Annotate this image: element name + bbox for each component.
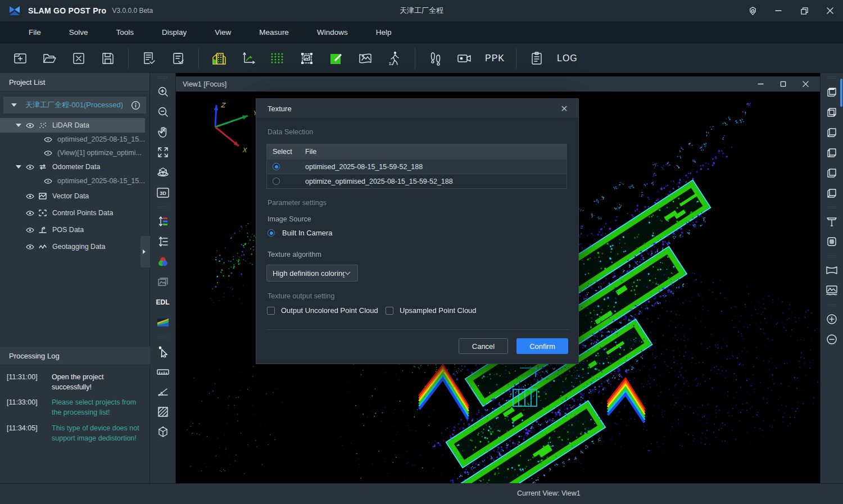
- strip-grip[interactable]: ::::::: [827, 75, 837, 80]
- menu-measure[interactable]: Measure: [245, 21, 303, 43]
- checkbox-unchecked[interactable]: [267, 307, 275, 315]
- view-cube-5[interactable]: [822, 163, 841, 182]
- settings-gear-icon[interactable]: [740, 0, 765, 21]
- tree-node-control-points-data[interactable]: Control Points Data: [0, 205, 149, 221]
- volume-measure-icon[interactable]: [153, 423, 173, 442]
- info-icon[interactable]: [131, 101, 140, 110]
- caret-down-icon[interactable]: [11, 103, 17, 107]
- eye-visible-icon[interactable]: [26, 210, 34, 217]
- eye-visible-icon[interactable]: [26, 193, 34, 200]
- strip-grip[interactable]: ::::::: [827, 303, 837, 307]
- view-cube-6[interactable]: [822, 183, 841, 202]
- radio-selected[interactable]: [273, 163, 280, 170]
- eye-visible-icon[interactable]: [44, 149, 52, 157]
- caret-down-icon[interactable]: [16, 165, 21, 169]
- view-cube-1[interactable]: [822, 82, 841, 101]
- restore-icon[interactable]: [791, 0, 817, 21]
- menu-view[interactable]: View: [201, 21, 245, 43]
- clipboard-check-icon[interactable]: [166, 47, 191, 70]
- menu-solve[interactable]: Solve: [55, 21, 102, 43]
- orbit-cube-icon[interactable]: [153, 163, 173, 182]
- add-circle-icon[interactable]: [822, 310, 841, 329]
- algorithm-dropdown[interactable]: High definition coloring: [266, 265, 358, 281]
- save-icon[interactable]: [96, 47, 120, 70]
- open-project-icon[interactable]: [37, 47, 62, 70]
- tree-node-odometer-data[interactable]: Odometer Data: [0, 160, 149, 174]
- viewport-titlebar[interactable]: View1 [Focus]: [176, 76, 820, 92]
- view-cube-2[interactable]: [822, 102, 841, 121]
- dialog-header[interactable]: Texture ✕: [256, 99, 578, 119]
- strip-grip[interactable]: ::::::: [158, 205, 168, 210]
- line-spacing-icon[interactable]: [153, 232, 173, 251]
- log-clipboard-icon[interactable]: [524, 47, 549, 70]
- eye-visible-icon[interactable]: [26, 122, 34, 129]
- eye-visible-icon[interactable]: [44, 136, 52, 143]
- section-tool-icon[interactable]: [822, 212, 841, 231]
- eye-visible-icon[interactable]: [26, 243, 34, 251]
- menu-display[interactable]: Display: [148, 21, 201, 43]
- tree-node-pos-data[interactable]: POS Data: [0, 221, 149, 238]
- color-ramp-icon[interactable]: [153, 313, 173, 332]
- table-row[interactable]: optimised_2025-08-15_15-59-52_188: [267, 159, 566, 174]
- menu-file[interactable]: File: [15, 21, 55, 43]
- tree-leaf-odometer-child-1[interactable]: optimised_2025-08-15_15...: [0, 174, 149, 188]
- radio-selected[interactable]: [268, 229, 275, 237]
- trajectory-axes-icon[interactable]: [236, 47, 261, 70]
- pedestrian-icon[interactable]: [382, 47, 407, 70]
- eye-visible-icon[interactable]: [26, 164, 34, 171]
- ruler-icon[interactable]: [153, 362, 173, 381]
- footprint-icon[interactable]: [423, 47, 448, 70]
- video-camera-icon[interactable]: [452, 47, 477, 70]
- view-close-icon[interactable]: [794, 76, 817, 92]
- eye-visible-icon[interactable]: [26, 226, 34, 234]
- point-grid-icon[interactable]: [265, 47, 290, 70]
- scrollbar-thumb[interactable]: [840, 79, 842, 107]
- log-label[interactable]: LOG: [557, 53, 578, 63]
- area-measure-icon[interactable]: [153, 402, 173, 421]
- tree-leaf-lidar-child-1[interactable]: optimised_2025-08-15_15...: [0, 133, 149, 146]
- view-cube-4[interactable]: [822, 143, 841, 162]
- strip-grip[interactable]: ::::::: [158, 75, 168, 80]
- zoom-in-icon[interactable]: [153, 82, 173, 101]
- terrain-icon[interactable]: [822, 281, 841, 300]
- view-maximize-icon[interactable]: [772, 76, 794, 92]
- tree-node-vector-data[interactable]: Vector Data: [0, 188, 149, 205]
- basemap-icon[interactable]: [353, 47, 378, 70]
- project-node[interactable]: 天津工厂全程-001(Processed): [3, 97, 146, 113]
- edl-toggle[interactable]: EDL: [153, 293, 173, 312]
- checkbox-unchecked[interactable]: [386, 307, 393, 315]
- output-uncolored-checkbox[interactable]: Output Uncolored Point Cloud: [267, 306, 378, 315]
- menu-tools[interactable]: Tools: [102, 21, 148, 43]
- texture-layer-icon[interactable]: [153, 273, 173, 292]
- menu-help[interactable]: Help: [362, 21, 406, 43]
- remove-circle-icon[interactable]: [822, 330, 841, 349]
- tree-node-lidar-data[interactable]: LiDAR Data: [0, 118, 145, 133]
- strip-grip[interactable]: ::::::: [827, 205, 837, 210]
- caret-down-icon[interactable]: [16, 124, 21, 127]
- fit-view-icon[interactable]: [153, 143, 173, 162]
- 3d-mode-icon[interactable]: 3D: [153, 183, 173, 202]
- report-check-icon[interactable]: [137, 47, 161, 70]
- pan-hand-icon[interactable]: [153, 122, 173, 142]
- plane-clip-icon[interactable]: [822, 261, 841, 280]
- ppk-label[interactable]: PPK: [485, 53, 505, 63]
- eye-visible-icon[interactable]: [44, 178, 52, 185]
- point-select-icon[interactable]: [153, 342, 173, 361]
- image-crop-icon[interactable]: [294, 47, 319, 70]
- image-source-option[interactable]: Built In Camera: [268, 229, 333, 237]
- cancel-button[interactable]: Cancel: [459, 338, 508, 354]
- panel-collapse-handle[interactable]: [140, 236, 150, 267]
- zoom-out-icon[interactable]: [153, 102, 173, 121]
- height-color-icon[interactable]: [153, 212, 173, 231]
- angle-measure-icon[interactable]: [153, 382, 173, 401]
- close-project-icon[interactable]: [66, 47, 91, 70]
- strip-grip[interactable]: ::::::: [827, 254, 837, 258]
- new-project-icon[interactable]: [8, 47, 33, 70]
- minimize-icon[interactable]: [765, 0, 791, 21]
- upsampled-checkbox[interactable]: Upsampled Point Cloud: [386, 306, 477, 315]
- view-cube-3[interactable]: [822, 122, 841, 142]
- building-reconstruction-icon[interactable]: [207, 47, 232, 70]
- view-minimize-icon[interactable]: [749, 76, 772, 92]
- table-row[interactable]: optimize_optimised_2025-08-15_15-59-52_1…: [267, 174, 566, 188]
- menu-windows[interactable]: Windows: [303, 21, 362, 43]
